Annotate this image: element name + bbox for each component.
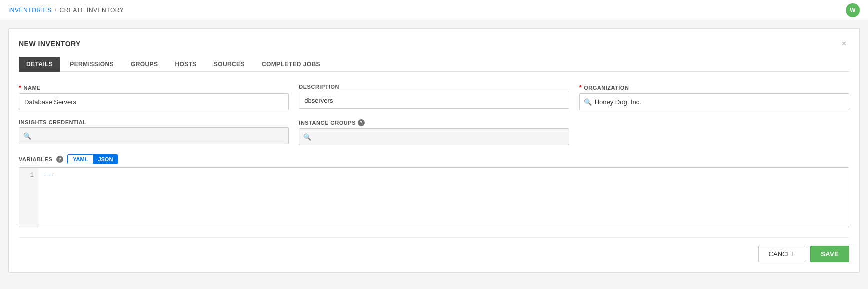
instance-groups-label: INSTANCE GROUPS ? bbox=[299, 119, 569, 126]
code-editor[interactable]: 1 --- bbox=[19, 167, 849, 227]
instance-groups-search-icon: 🔍 bbox=[303, 133, 311, 141]
form-footer: CANCEL SAVE bbox=[19, 237, 849, 262]
org-required-star: * bbox=[579, 84, 582, 91]
form-row-1: * NAME DESCRIPTION * ORGANIZAT bbox=[19, 84, 849, 110]
instance-groups-label-text: INSTANCE GROUPS bbox=[299, 120, 356, 126]
org-label-text: ORGANIZATION bbox=[584, 85, 629, 91]
variables-label-row: VARIABLES ? YAML JSON bbox=[19, 154, 849, 164]
form-section: * NAME DESCRIPTION * ORGANIZAT bbox=[19, 84, 849, 227]
organization-input-wrapper: 🔍 bbox=[579, 93, 849, 110]
field-instance-groups: INSTANCE GROUPS ? 🔍 bbox=[299, 119, 569, 145]
tab-groups[interactable]: GROUPS bbox=[123, 57, 165, 72]
breadcrumb-separator: / bbox=[55, 7, 57, 14]
tab-completed-jobs[interactable]: COMPLETED JOBS bbox=[254, 57, 328, 72]
tab-hosts[interactable]: HOSTS bbox=[167, 57, 204, 72]
tab-sources[interactable]: SOURCES bbox=[206, 57, 252, 72]
tab-bar: DETAILS PERMISSIONS GROUPS HOSTS SOURCES… bbox=[19, 57, 849, 72]
save-button[interactable]: SAVE bbox=[810, 246, 849, 262]
user-avatar[interactable]: W bbox=[846, 3, 860, 17]
insights-search-icon: 🔍 bbox=[23, 132, 31, 140]
name-label-text: NAME bbox=[24, 85, 41, 91]
insights-input-wrapper: 🔍 bbox=[19, 127, 289, 144]
name-input[interactable] bbox=[19, 93, 289, 110]
name-required-star: * bbox=[19, 84, 22, 91]
breadcrumb: INVENTORIES / CREATE INVENTORY bbox=[8, 7, 124, 14]
description-label-text: DESCRIPTION bbox=[299, 84, 339, 90]
cancel-button[interactable]: CANCEL bbox=[758, 246, 806, 262]
main-content: NEW INVENTORY × DETAILS PERMISSIONS GROU… bbox=[0, 20, 868, 281]
card-title: NEW INVENTORY bbox=[19, 40, 81, 48]
variables-label-text: VARIABLES bbox=[19, 156, 52, 162]
insights-label-text: INSIGHTS CREDENTIAL bbox=[19, 119, 86, 125]
form-row-2: INSIGHTS CREDENTIAL 🔍 INSTANCE GROUPS ? … bbox=[19, 119, 849, 145]
organization-input[interactable] bbox=[595, 98, 845, 106]
tab-permissions[interactable]: PERMISSIONS bbox=[62, 57, 121, 72]
top-bar: INVENTORIES / CREATE INVENTORY W bbox=[0, 0, 868, 20]
organization-label: * ORGANIZATION bbox=[579, 84, 849, 91]
org-search-icon: 🔍 bbox=[584, 98, 592, 106]
format-toggle-group: YAML JSON bbox=[67, 154, 118, 164]
card-header: NEW INVENTORY × bbox=[19, 39, 849, 49]
instance-groups-help-icon[interactable]: ? bbox=[358, 119, 365, 126]
description-input[interactable] bbox=[299, 92, 569, 109]
line-numbers: 1 bbox=[19, 168, 39, 227]
close-button[interactable]: × bbox=[839, 39, 849, 49]
breadcrumb-current: CREATE INVENTORY bbox=[59, 7, 124, 14]
field-insights: INSIGHTS CREDENTIAL 🔍 bbox=[19, 119, 289, 144]
field-organization: * ORGANIZATION 🔍 bbox=[579, 84, 849, 110]
code-content[interactable]: --- bbox=[39, 168, 849, 227]
tab-details[interactable]: DETAILS bbox=[19, 57, 60, 72]
instance-groups-input[interactable] bbox=[314, 133, 564, 141]
variables-help-icon[interactable]: ? bbox=[56, 156, 63, 163]
field-name: * NAME bbox=[19, 84, 289, 110]
variables-section: VARIABLES ? YAML JSON 1 --- bbox=[19, 154, 849, 227]
json-toggle-button[interactable]: JSON bbox=[93, 155, 118, 164]
breadcrumb-inventories[interactable]: INVENTORIES bbox=[8, 7, 52, 14]
description-label: DESCRIPTION bbox=[299, 84, 569, 90]
instance-groups-input-wrapper: 🔍 bbox=[299, 128, 569, 145]
field-description: DESCRIPTION bbox=[299, 84, 569, 109]
insights-input[interactable] bbox=[34, 132, 284, 140]
insights-label: INSIGHTS CREDENTIAL bbox=[19, 119, 289, 125]
inventory-card: NEW INVENTORY × DETAILS PERMISSIONS GROU… bbox=[8, 28, 860, 273]
yaml-toggle-button[interactable]: YAML bbox=[68, 155, 93, 164]
name-label: * NAME bbox=[19, 84, 289, 91]
